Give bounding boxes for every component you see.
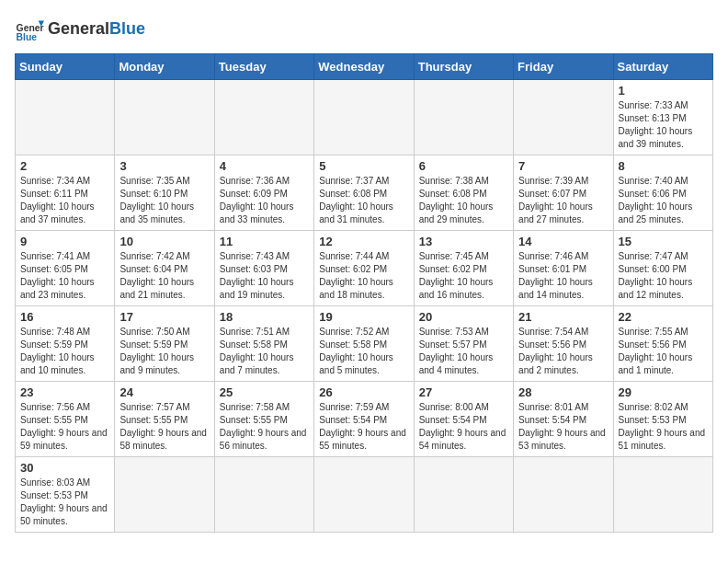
day-number: 4: [220, 159, 309, 173]
day-number: 2: [20, 159, 109, 173]
calendar-week-row: 16Sunrise: 7:48 AM Sunset: 5:59 PM Dayli…: [16, 306, 713, 382]
day-info: Sunrise: 8:02 AM Sunset: 5:53 PM Dayligh…: [619, 401, 708, 453]
day-number: 3: [119, 159, 209, 173]
calendar-day-cell: [314, 457, 414, 533]
day-info: Sunrise: 7:42 AM Sunset: 6:04 PM Dayligh…: [119, 250, 209, 302]
day-number: 23: [20, 385, 109, 399]
day-info: Sunrise: 7:56 AM Sunset: 5:55 PM Dayligh…: [20, 401, 109, 453]
calendar-day-cell: 3Sunrise: 7:35 AM Sunset: 6:10 PM Daylig…: [115, 155, 214, 231]
day-info: Sunrise: 7:53 AM Sunset: 5:57 PM Dayligh…: [419, 326, 508, 377]
calendar-day-cell: 28Sunrise: 8:01 AM Sunset: 5:54 PM Dayli…: [514, 382, 613, 457]
calendar-day-cell: 7Sunrise: 7:39 AM Sunset: 6:07 PM Daylig…: [514, 155, 613, 231]
calendar-day-cell: [214, 80, 313, 155]
day-number: 9: [20, 235, 109, 248]
day-info: Sunrise: 7:33 AM Sunset: 6:13 PM Dayligh…: [619, 99, 708, 151]
calendar-day-cell: 27Sunrise: 8:00 AM Sunset: 5:54 PM Dayli…: [414, 382, 513, 457]
day-number: 7: [518, 159, 608, 173]
calendar-day-cell: 29Sunrise: 8:02 AM Sunset: 5:53 PM Dayli…: [613, 382, 712, 457]
calendar-day-cell: [514, 457, 613, 533]
day-info: Sunrise: 8:00 AM Sunset: 5:54 PM Dayligh…: [419, 401, 508, 453]
day-number: 28: [518, 385, 608, 399]
calendar-day-cell: [414, 457, 513, 533]
day-number: 18: [220, 310, 309, 324]
day-info: Sunrise: 7:57 AM Sunset: 5:55 PM Dayligh…: [119, 401, 209, 453]
day-info: Sunrise: 7:50 AM Sunset: 5:59 PM Dayligh…: [119, 326, 209, 377]
day-info: Sunrise: 7:41 AM Sunset: 6:05 PM Dayligh…: [20, 250, 109, 302]
day-info: Sunrise: 7:48 AM Sunset: 5:59 PM Dayligh…: [20, 326, 109, 377]
calendar-table: SundayMondayTuesdayWednesdayThursdayFrid…: [15, 53, 713, 533]
calendar-day-cell: 15Sunrise: 7:47 AM Sunset: 6:00 PM Dayli…: [613, 231, 712, 306]
calendar-day-cell: 11Sunrise: 7:43 AM Sunset: 6:03 PM Dayli…: [214, 231, 313, 306]
calendar-day-cell: 8Sunrise: 7:40 AM Sunset: 6:06 PM Daylig…: [613, 155, 712, 231]
weekday-header-row: SundayMondayTuesdayWednesdayThursdayFrid…: [16, 54, 713, 80]
calendar-day-cell: 2Sunrise: 7:34 AM Sunset: 6:11 PM Daylig…: [16, 155, 115, 231]
day-number: 6: [419, 159, 508, 173]
calendar-day-cell: [613, 457, 712, 533]
calendar-day-cell: [115, 80, 214, 155]
weekday-header-thursday: Thursday: [414, 54, 513, 80]
day-number: 1: [619, 84, 708, 98]
day-number: 30: [20, 461, 109, 475]
calendar-day-cell: 30Sunrise: 8:03 AM Sunset: 5:53 PM Dayli…: [16, 457, 115, 533]
calendar-day-cell: 19Sunrise: 7:52 AM Sunset: 5:58 PM Dayli…: [314, 306, 414, 382]
weekday-header-sunday: Sunday: [16, 54, 115, 80]
calendar-week-row: 1Sunrise: 7:33 AM Sunset: 6:13 PM Daylig…: [16, 80, 713, 155]
calendar-day-cell: 21Sunrise: 7:54 AM Sunset: 5:56 PM Dayli…: [514, 306, 613, 382]
day-number: 21: [518, 310, 608, 324]
day-number: 12: [319, 235, 408, 248]
calendar-day-cell: 6Sunrise: 7:38 AM Sunset: 6:08 PM Daylig…: [414, 155, 513, 231]
day-info: Sunrise: 7:37 AM Sunset: 6:08 PM Dayligh…: [319, 175, 408, 226]
calendar-week-row: 23Sunrise: 7:56 AM Sunset: 5:55 PM Dayli…: [16, 382, 713, 457]
day-info: Sunrise: 7:36 AM Sunset: 6:09 PM Dayligh…: [220, 175, 309, 226]
day-info: Sunrise: 7:44 AM Sunset: 6:02 PM Dayligh…: [319, 250, 408, 302]
svg-text:Blue: Blue: [17, 32, 38, 42]
calendar-day-cell: 9Sunrise: 7:41 AM Sunset: 6:05 PM Daylig…: [16, 231, 115, 306]
calendar-day-cell: 4Sunrise: 7:36 AM Sunset: 6:09 PM Daylig…: [214, 155, 313, 231]
logo-icon: General Blue: [15, 15, 44, 44]
calendar-week-row: 9Sunrise: 7:41 AM Sunset: 6:05 PM Daylig…: [16, 231, 713, 306]
day-info: Sunrise: 7:45 AM Sunset: 6:02 PM Dayligh…: [419, 250, 508, 302]
weekday-header-monday: Monday: [115, 54, 214, 80]
day-number: 13: [419, 235, 508, 248]
weekday-header-tuesday: Tuesday: [214, 54, 313, 80]
calendar-week-row: 30Sunrise: 8:03 AM Sunset: 5:53 PM Dayli…: [16, 457, 713, 533]
calendar-week-row: 2Sunrise: 7:34 AM Sunset: 6:11 PM Daylig…: [16, 155, 713, 231]
calendar-day-cell: [514, 80, 613, 155]
calendar-day-cell: [314, 80, 414, 155]
calendar-day-cell: 5Sunrise: 7:37 AM Sunset: 6:08 PM Daylig…: [314, 155, 414, 231]
day-number: 10: [119, 235, 209, 248]
day-info: Sunrise: 7:55 AM Sunset: 5:56 PM Dayligh…: [619, 326, 708, 377]
day-number: 17: [119, 310, 209, 324]
logo-text: GeneralBlue: [48, 20, 145, 39]
day-number: 14: [518, 235, 608, 248]
day-info: Sunrise: 7:47 AM Sunset: 6:00 PM Dayligh…: [619, 250, 708, 302]
day-number: 20: [419, 310, 508, 324]
calendar-day-cell: 26Sunrise: 7:59 AM Sunset: 5:54 PM Dayli…: [314, 382, 414, 457]
day-number: 8: [619, 159, 708, 173]
weekday-header-wednesday: Wednesday: [314, 54, 414, 80]
day-number: 11: [220, 235, 309, 248]
weekday-header-friday: Friday: [514, 54, 613, 80]
day-number: 22: [619, 310, 708, 324]
page-header: General Blue GeneralBlue: [15, 15, 713, 44]
day-info: Sunrise: 7:59 AM Sunset: 5:54 PM Dayligh…: [319, 401, 408, 453]
calendar-day-cell: 20Sunrise: 7:53 AM Sunset: 5:57 PM Dayli…: [414, 306, 513, 382]
calendar-day-cell: 14Sunrise: 7:46 AM Sunset: 6:01 PM Dayli…: [514, 231, 613, 306]
day-number: 5: [319, 159, 408, 173]
day-number: 27: [419, 385, 508, 399]
calendar-day-cell: 23Sunrise: 7:56 AM Sunset: 5:55 PM Dayli…: [16, 382, 115, 457]
calendar-day-cell: 1Sunrise: 7:33 AM Sunset: 6:13 PM Daylig…: [613, 80, 712, 155]
calendar-day-cell: 24Sunrise: 7:57 AM Sunset: 5:55 PM Dayli…: [115, 382, 214, 457]
day-info: Sunrise: 7:35 AM Sunset: 6:10 PM Dayligh…: [119, 175, 209, 226]
calendar-day-cell: [16, 80, 115, 155]
day-number: 26: [319, 385, 408, 399]
calendar-day-cell: 13Sunrise: 7:45 AM Sunset: 6:02 PM Dayli…: [414, 231, 513, 306]
day-info: Sunrise: 7:46 AM Sunset: 6:01 PM Dayligh…: [518, 250, 608, 302]
day-info: Sunrise: 7:39 AM Sunset: 6:07 PM Dayligh…: [518, 175, 608, 226]
calendar-day-cell: [414, 80, 513, 155]
svg-text:General: General: [17, 23, 44, 33]
day-info: Sunrise: 7:43 AM Sunset: 6:03 PM Dayligh…: [220, 250, 309, 302]
calendar-day-cell: 18Sunrise: 7:51 AM Sunset: 5:58 PM Dayli…: [214, 306, 313, 382]
day-info: Sunrise: 8:03 AM Sunset: 5:53 PM Dayligh…: [20, 477, 109, 528]
day-number: 19: [319, 310, 408, 324]
